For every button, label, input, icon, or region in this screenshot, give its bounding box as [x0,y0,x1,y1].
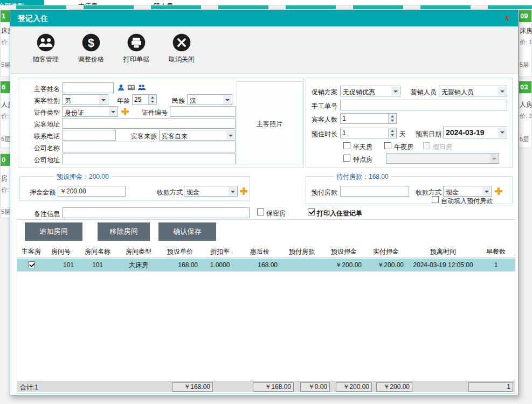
promo-label: 促销方案 [308,88,337,97]
col-prepaid: 预付房款 [281,246,323,257]
remove-room-button[interactable]: 移除房间 [98,222,150,241]
spin-down-icon[interactable] [388,119,396,123]
prepay-method-select[interactable]: 现金 [443,186,492,197]
col-room-no: 房间号 [45,246,77,257]
tab-big-bed[interactable]: 大床房 [69,0,107,5]
companion-manage-button[interactable]: 随客管理 [25,32,66,69]
cell-room-no: 101 [45,259,77,271]
dialog-titlebar[interactable]: 登记入住 x [10,10,518,26]
print-receipt-button[interactable]: 打印单据 [116,32,157,69]
cell-room-name: 101 [77,259,118,271]
duration-stepper[interactable] [340,128,397,138]
main-room-checkbox[interactable] [28,261,35,268]
hourly-select [386,153,499,164]
col-depart-time: 预离时间 [407,246,479,257]
room-card-right-1[interactable]: 09 床房 价: 1 5层 [519,10,532,77]
grid-header-divider [17,257,515,258]
id-card-icon[interactable] [127,83,135,92]
guest-count-input[interactable] [341,114,388,123]
chevron-down-icon [498,87,506,95]
hourly-checkbox[interactable] [343,155,350,162]
add-room-button[interactable]: 追加房间 [25,222,82,241]
chevron-down-icon [391,87,399,95]
half-day-label: 半天房 [353,143,372,152]
col-room-type: 房间类型 [118,246,159,257]
prepay-label: 预付房款 [308,188,337,197]
col-paid-deposit: 实付押金 [365,246,407,257]
sum-breakfast: 1 [468,382,513,392]
spin-down-icon[interactable] [388,133,396,138]
company-addr-input[interactable] [62,154,236,164]
id-type-select[interactable]: 身份证 [62,106,118,117]
gender-select[interactable]: 男 [62,94,108,105]
depart-date-label: 预离日期 [412,130,441,139]
confirm-save-button[interactable]: 确认保存 [158,222,216,241]
depart-date-picker[interactable]: 2024-03-19 [443,127,507,138]
checkin-dialog: 登记入住 x 随客管理 $ 调整价格 打印单据 取消关闭 主客姓名 宾客性别 男… [10,10,519,396]
midnight-checkbox[interactable] [384,142,391,149]
remark-input[interactable] [62,207,250,218]
cell-discount: 1.0000 [201,259,239,271]
group-icon[interactable] [137,83,146,92]
company-label: 公司名称 [22,144,60,153]
add-id-type-icon[interactable] [121,108,129,115]
room-card-top-strips [0,5,532,9]
adjust-price-button[interactable]: $ 调整价格 [71,32,112,69]
dollar-icon: $ [81,33,101,52]
close-icon[interactable]: x [505,13,509,23]
spin-up-icon[interactable] [148,95,156,100]
company-input[interactable] [62,142,236,152]
spin-up-icon[interactable] [388,114,396,119]
sales-select[interactable]: 无营销人员 [439,86,507,96]
id-no-input[interactable] [170,106,236,117]
guest-count-label: 宾客人数 [308,115,337,124]
chevron-down-icon [223,95,231,104]
manual-no-input[interactable] [340,100,507,110]
guest-name-label: 主客姓名 [22,85,60,94]
cancel-close-button[interactable]: 取消关闭 [161,32,202,69]
room-type-tabbar: 全部类型 大床房 双人房 [0,0,532,5]
age-stepper[interactable] [132,94,157,105]
phone-label: 联系电话 [22,132,60,141]
guest-count-stepper[interactable] [340,113,397,124]
id-no-label: 证件编号 [134,108,168,117]
guest-address-input[interactable] [62,118,236,129]
autofill-prepay-checkbox[interactable] [432,196,439,203]
spin-up-icon[interactable] [388,128,396,133]
chevron-down-icon [109,107,117,116]
cell-final-price: 168.00 [239,259,281,271]
add-prepay-method-icon[interactable] [495,187,502,195]
add-deposit-method-icon[interactable] [240,187,247,195]
prepay-input[interactable] [340,186,409,197]
age-label: 年龄 [112,96,130,106]
preset-deposit-title: 预设押金：200.00 [54,172,111,182]
room-row-101[interactable]: 101 101 大床房 168.00 1.0000 168.00 ￥200.00… [17,259,515,271]
sum-preset-deposit: ￥200.00 [336,382,372,392]
phone-input[interactable] [62,130,116,141]
ethnic-select[interactable]: 汉 [187,94,232,105]
guest-photo-area[interactable]: 主客照片 [237,81,302,164]
spin-down-icon[interactable] [148,100,156,105]
chevron-down-icon [482,187,490,196]
deposit-amount-input[interactable] [58,186,126,197]
duration-label: 预住时长 [308,130,337,139]
secret-room-checkbox[interactable] [257,208,264,215]
half-day-checkbox[interactable] [343,142,350,149]
chevron-down-icon [229,187,237,196]
guest-name-input[interactable] [62,82,114,93]
pending-payment-title: 待付房款：168.00 [334,172,391,182]
holiday-checkbox [423,142,430,149]
col-main-room: 主客房 [18,246,45,257]
guest-source-select[interactable]: 宾客自来 [159,130,236,141]
grid-footer: 合计:1 ￥168.00 ￥168.00 ￥0.00 ￥200.00 ￥200.… [17,381,515,392]
person-icon[interactable] [117,83,125,92]
chevron-down-icon [226,131,234,140]
duration-input[interactable] [341,128,388,138]
tab-double[interactable]: 双人房 [144,0,182,5]
deposit-method-select[interactable]: 现金 [184,186,238,197]
tab-all-types[interactable]: 全部类型 [0,0,44,5]
promo-select[interactable]: 无促销优惠 [340,86,400,96]
age-input[interactable] [133,95,148,105]
print-checkin-checkbox[interactable] [308,208,315,215]
room-card-right-2[interactable]: 03 人房 价: 2 5层 [519,81,532,148]
